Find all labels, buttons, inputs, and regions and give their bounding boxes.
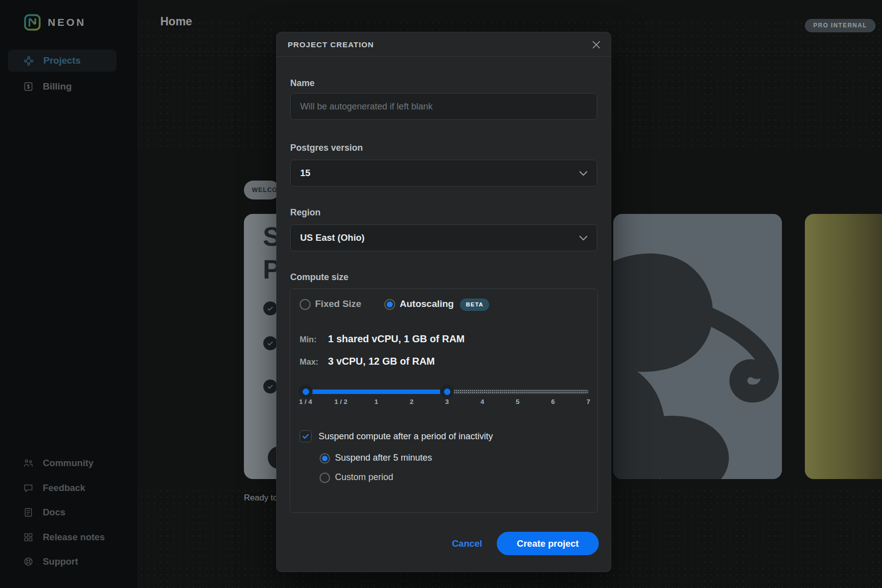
slider-tick: 3	[445, 398, 449, 405]
postgres-version-select[interactable]: 15	[290, 160, 597, 187]
close-icon[interactable]	[590, 38, 603, 51]
project-name-input[interactable]	[290, 93, 597, 120]
suspend-checkbox[interactable]	[300, 430, 312, 442]
create-project-button[interactable]: Create project	[497, 532, 599, 555]
name-label: Name	[290, 78, 315, 89]
slider-tick: 1 / 4	[299, 398, 312, 405]
compute-slider-fill	[306, 390, 447, 394]
slider-handle-max[interactable]	[440, 385, 454, 398]
region-value: US East (Ohio)	[300, 225, 365, 251]
slider-tick: 1	[374, 398, 378, 405]
chevron-down-icon	[579, 235, 588, 241]
fixed-size-label: Fixed Size	[315, 298, 361, 309]
suspend-5min-label: Suspend after 5 minutes	[335, 453, 432, 463]
slider-tick: 1 / 2	[334, 398, 347, 405]
modal-header: PROJECT CREATION	[277, 32, 611, 57]
postgres-version-value: 15	[300, 160, 311, 186]
custom-period-label: Custom period	[335, 472, 393, 483]
cancel-button[interactable]: Cancel	[452, 532, 482, 555]
custom-period-radio[interactable]	[320, 473, 330, 483]
postgres-version-label: Postgres version	[290, 143, 363, 153]
suspend-checkbox-label: Suspend compute after a period of inacti…	[319, 431, 493, 442]
chevron-down-icon	[579, 171, 588, 176]
slider-tick: 6	[551, 398, 555, 405]
beta-badge: BETA	[460, 298, 489, 311]
slider-tick: 5	[516, 398, 520, 405]
region-select[interactable]: US East (Ohio)	[290, 224, 597, 251]
autoscaling-label: Autoscaling	[400, 298, 454, 309]
project-creation-modal: PROJECT CREATION Name Postgres version 1…	[276, 32, 611, 572]
compute-size-panel: Fixed Size Autoscaling BETA Min: 1 share…	[290, 289, 598, 513]
slider-tick: 7	[586, 398, 590, 405]
slider-handle-min[interactable]	[299, 385, 313, 398]
max-label: Max:	[300, 357, 319, 367]
compute-slider-rest	[447, 390, 588, 394]
min-label: Min:	[300, 335, 317, 344]
app-root: NEON Projects Billing	[0, 0, 882, 588]
suspend-5min-radio[interactable]	[320, 453, 330, 464]
slider-tick: 4	[480, 398, 484, 405]
fixed-size-radio[interactable]	[300, 299, 311, 310]
max-value: 3 vCPU, 12 GB of RAM	[328, 356, 435, 367]
slider-tick: 2	[410, 398, 414, 405]
min-value: 1 shared vCPU, 1 GB of RAM	[328, 333, 465, 345]
compute-size-label: Compute size	[290, 272, 348, 283]
autoscaling-radio[interactable]	[384, 299, 395, 310]
region-label: Region	[290, 207, 321, 218]
modal-title: PROJECT CREATION	[288, 32, 374, 57]
